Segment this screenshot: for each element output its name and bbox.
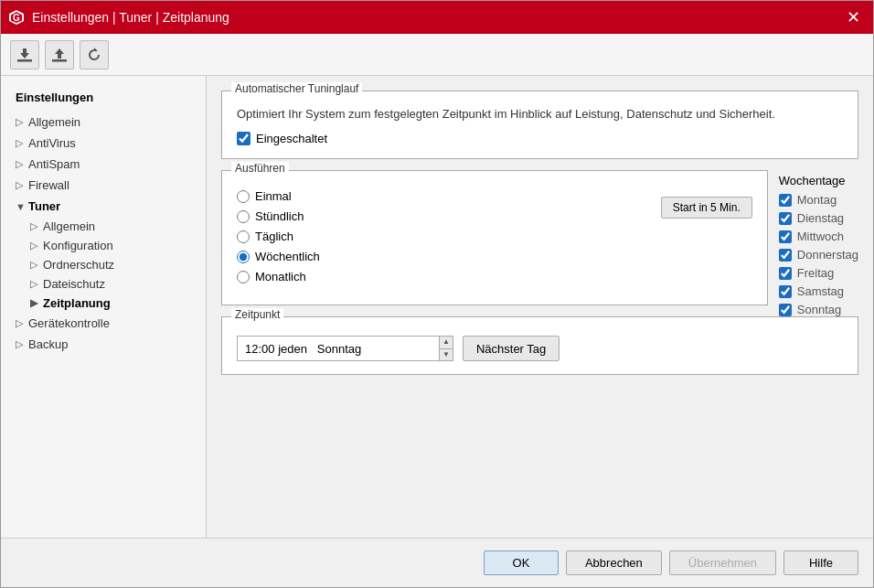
wochentage-dienstag: Dienstag [779, 211, 858, 225]
sonntag-checkbox[interactable] [779, 304, 792, 316]
wochentlich-radio[interactable] [237, 251, 250, 263]
auto-tuning-description: Optimiert Ihr System zum festgelegten Ze… [237, 106, 843, 123]
sidebar-subitem-label: Dateischutz [43, 277, 105, 291]
monatlich-label[interactable]: Monatlich [255, 270, 306, 283]
ausfuhren-inner: Einmal Stündlich Täglich [237, 182, 752, 283]
wochentage-title: Wochentage [779, 174, 858, 187]
upload-icon [51, 47, 68, 63]
bottom-bar: OK Abbrechen Übernehmen Hilfe [1, 538, 873, 587]
sidebar-item-tuner[interactable]: ▼ Tuner [1, 196, 206, 217]
hilfe-button[interactable]: Hilfe [783, 551, 858, 575]
sidebar-item-geratekontrolle[interactable]: ▷ Gerätekontrolle [1, 313, 206, 334]
radio-einmal: Einmal [237, 189, 652, 203]
chevron-right-icon: ▷ [16, 137, 28, 149]
dienstag-label[interactable]: Dienstag [797, 211, 844, 225]
spin-down-button[interactable]: ▼ [440, 349, 453, 361]
sidebar-item-label: Tuner [28, 199, 60, 213]
samstag-label[interactable]: Samstag [797, 284, 844, 298]
chevron-right-icon: ▷ [16, 158, 28, 170]
sidebar-subitem-label: Konfiguration [43, 239, 113, 252]
wochentage-sonntag: Sonntag [779, 303, 858, 316]
sidebar-item-label: Backup [28, 337, 68, 351]
ausfuhren-wochentage-row: Ausführen Einmal Stündlich [221, 170, 858, 316]
frequency-radio-group: Einmal Stündlich Täglich [237, 189, 652, 283]
samstag-checkbox[interactable] [779, 285, 792, 298]
sidebar-subitem-dateischutz[interactable]: ▷ Dateischutz [1, 274, 206, 294]
svg-text:G: G [13, 13, 20, 23]
radio-wochentlich: Wöchentlich [237, 250, 652, 263]
close-button[interactable]: ✕ [841, 7, 866, 27]
zeitpunkt-title: Zeitpunkt [231, 308, 283, 321]
title-bar: G Einstellungen | Tuner | Zeitplanung ✕ [1, 1, 873, 34]
toolbar-download-button[interactable] [10, 40, 39, 69]
sidebar-subitem-ordnerschutz[interactable]: ▷ Ordnerschutz [1, 255, 206, 274]
abbrechen-button[interactable]: Abbrechen [566, 551, 662, 575]
mittwoch-label[interactable]: Mittwoch [797, 230, 844, 243]
content-area: Einstellungen ▷ Allgemein ▷ AntiVirus ▷ … [1, 76, 873, 538]
toolbar-refresh-button[interactable] [80, 40, 109, 69]
sidebar-item-firewall[interactable]: ▷ Firewall [1, 175, 206, 196]
svg-rect-3 [17, 59, 32, 62]
ok-button[interactable]: OK [484, 551, 559, 575]
ausfuhren-group: Ausführen Einmal Stündlich [221, 170, 768, 305]
svg-marker-7 [94, 48, 98, 51]
wochentage-freitag: Freitag [779, 266, 858, 280]
wochentlich-label[interactable]: Wöchentlich [255, 250, 320, 263]
wochentage-list: Montag Dienstag Mittwoch Donnerstag [779, 193, 858, 316]
spin-buttons: ▲ ▼ [439, 337, 453, 360]
chevron-down-icon: ▼ [16, 201, 28, 212]
toolbar [1, 34, 873, 76]
spin-up-button[interactable]: ▲ [440, 337, 453, 349]
sonntag-label[interactable]: Sonntag [797, 303, 841, 316]
sidebar-item-backup[interactable]: ▷ Backup [1, 334, 206, 355]
sidebar-item-label: Firewall [28, 178, 69, 192]
app-logo-icon: G [8, 9, 25, 26]
download-icon [16, 47, 33, 63]
chevron-right-icon: ▷ [30, 278, 43, 290]
time-spinner: ▲ ▼ [237, 336, 453, 361]
sidebar-header: Einstellungen [1, 87, 206, 112]
start-5min-button[interactable]: Start in 5 Min. [661, 197, 752, 219]
sidebar-item-label: AntiVirus [28, 136, 76, 150]
chevron-right-bold-icon: ▶ [30, 297, 43, 309]
eingeschaltet-label[interactable]: Eingeschaltet [256, 132, 327, 145]
nachster-tag-button[interactable]: Nächster Tag [463, 336, 560, 361]
stundlich-radio[interactable] [237, 210, 250, 223]
monatlich-radio[interactable] [237, 271, 250, 283]
main-window: G Einstellungen | Tuner | Zeitplanung ✕ [0, 0, 874, 588]
sidebar-item-antispam[interactable]: ▷ AntiSpam [1, 154, 206, 175]
stundlich-label[interactable]: Stündlich [255, 209, 304, 223]
freitag-label[interactable]: Freitag [797, 266, 834, 280]
sidebar-subitem-zeitplanung[interactable]: ▶ Zeitplanung [1, 294, 206, 313]
toolbar-upload-button[interactable] [45, 40, 74, 69]
freitag-checkbox[interactable] [779, 267, 792, 280]
start-btn-col: Start in 5 Min. [661, 182, 752, 283]
dienstag-checkbox[interactable] [779, 212, 792, 225]
chevron-right-icon: ▷ [30, 259, 43, 271]
radio-stundlich: Stündlich [237, 209, 652, 223]
montag-label[interactable]: Montag [797, 193, 837, 207]
sidebar-item-allgemein[interactable]: ▷ Allgemein [1, 112, 206, 133]
time-input[interactable] [238, 337, 439, 360]
eingeschaltet-checkbox[interactable] [237, 132, 250, 145]
sidebar-item-antivirus[interactable]: ▷ AntiVirus [1, 133, 206, 154]
donnerstag-label[interactable]: Donnerstag [797, 248, 858, 262]
auto-tuning-group: Automatischer Tuninglauf Optimiert Ihr S… [221, 91, 858, 159]
taglich-label[interactable]: Täglich [255, 230, 293, 243]
zeitpunkt-group: Zeitpunkt ▲ ▼ Nächster Tag [221, 316, 858, 375]
mittwoch-checkbox[interactable] [779, 230, 792, 243]
sidebar-item-label: Gerätekontrolle [28, 316, 110, 330]
ubernehmen-button[interactable]: Übernehmen [669, 551, 776, 575]
svg-marker-6 [55, 48, 64, 59]
title-bar-left: G Einstellungen | Tuner | Zeitplanung [8, 9, 229, 26]
donnerstag-checkbox[interactable] [779, 249, 792, 262]
sidebar-subitem-konfiguration[interactable]: ▷ Konfiguration [1, 236, 206, 255]
sidebar-subitem-allgemein[interactable]: ▷ Allgemein [1, 217, 206, 236]
einmal-radio[interactable] [237, 190, 250, 203]
sidebar-subitem-label: Zeitplanung [43, 296, 111, 310]
sidebar: Einstellungen ▷ Allgemein ▷ AntiVirus ▷ … [1, 76, 207, 538]
einmal-label[interactable]: Einmal [255, 189, 292, 203]
radio-column: Einmal Stündlich Täglich [237, 182, 652, 283]
taglich-radio[interactable] [237, 230, 250, 243]
montag-checkbox[interactable] [779, 194, 792, 207]
